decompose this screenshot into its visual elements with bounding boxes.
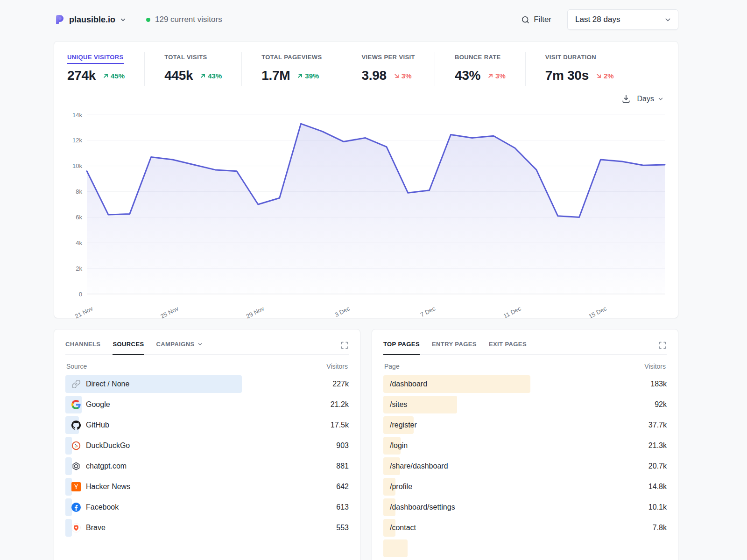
stat-change: 39% bbox=[296, 72, 319, 80]
tab-sources[interactable]: SOURCES bbox=[113, 341, 144, 355]
page-row[interactable]: /share/dashboard20.7k bbox=[383, 457, 667, 475]
column-visitors: Visitors bbox=[644, 363, 666, 370]
stat-label: BOUNCE RATE bbox=[455, 54, 501, 64]
page-row[interactable]: /dashboard183k bbox=[383, 375, 667, 393]
svg-text:7 Dec: 7 Dec bbox=[419, 305, 437, 318]
source-label: chatgpt.com bbox=[86, 462, 127, 470]
stat-label: TOTAL PAGEVIEWS bbox=[261, 54, 322, 64]
pages-column-headers: Page Visitors bbox=[384, 363, 666, 370]
stat-bounce-rate[interactable]: BOUNCE RATE43%3% bbox=[435, 52, 525, 86]
source-label: Facebook bbox=[86, 503, 119, 511]
trend-up-icon bbox=[102, 72, 109, 79]
plausible-logo-icon bbox=[54, 14, 65, 25]
source-bar bbox=[65, 498, 72, 516]
svg-text:6k: 6k bbox=[76, 214, 82, 221]
source-bar bbox=[65, 478, 72, 496]
stats-row: UNIQUE VISITORS274k45%TOTAL VISITS445k43… bbox=[65, 52, 667, 86]
sources-list: Direct / None227kGoogle21.2kGitHub17.5kD… bbox=[65, 375, 349, 537]
stat-value: 274k bbox=[67, 68, 96, 83]
svg-text:15 Dec: 15 Dec bbox=[587, 305, 608, 319]
stat-label: TOTAL VISITS bbox=[164, 54, 207, 64]
current-visitors[interactable]: 129 current visitors bbox=[146, 15, 222, 24]
visitors-value: 642 bbox=[310, 483, 349, 491]
tab-exit-pages[interactable]: EXIT PAGES bbox=[489, 341, 527, 355]
svg-text:4k: 4k bbox=[76, 239, 82, 246]
stat-change: 2% bbox=[595, 72, 614, 80]
trend-up-icon bbox=[199, 72, 206, 79]
pages-card: TOP PAGESENTRY PAGESEXIT PAGES Page Visi… bbox=[372, 329, 678, 560]
visitors-value: 553 bbox=[310, 524, 349, 532]
expand-icon[interactable] bbox=[658, 341, 667, 350]
current-visitors-label: 129 current visitors bbox=[155, 15, 222, 24]
filter-label: Filter bbox=[534, 15, 551, 24]
source-row[interactable]: GitHub17.5k bbox=[65, 416, 349, 434]
svg-text:29 Nov: 29 Nov bbox=[245, 305, 266, 319]
stat-unique-visitors[interactable]: UNIQUE VISITORS274k45% bbox=[65, 52, 144, 86]
source-row[interactable]: DuckDuckGo903 bbox=[65, 437, 349, 455]
interval-value: Days bbox=[637, 95, 654, 103]
visitors-value: 20.7k bbox=[628, 462, 667, 470]
stat-value: 1.7M bbox=[261, 68, 290, 83]
visitors-value: 613 bbox=[310, 503, 349, 511]
sources-column-headers: Source Visitors bbox=[66, 363, 348, 370]
page-row[interactable]: /login21.3k bbox=[383, 437, 667, 455]
page-row[interactable]: /dashboard/settings10.1k bbox=[383, 498, 667, 516]
stat-value: 7m 30s bbox=[545, 68, 589, 83]
page-label: /sites bbox=[383, 400, 407, 409]
svg-text:8k: 8k bbox=[76, 188, 82, 195]
svg-text:25 Nov: 25 Nov bbox=[159, 305, 180, 319]
site-switcher[interactable]: plausible.io bbox=[54, 14, 127, 25]
tab-channels[interactable]: CHANNELS bbox=[65, 341, 100, 355]
tab-campaigns[interactable]: CAMPAIGNS bbox=[156, 341, 203, 355]
trend-up-icon bbox=[296, 72, 303, 79]
visitors-value: 21.2k bbox=[310, 400, 349, 409]
page-row[interactable]: /profile14.8k bbox=[383, 478, 667, 496]
svg-text:0: 0 bbox=[79, 291, 82, 298]
pages-list: /dashboard183k/sites92k/register37.7k/lo… bbox=[383, 375, 667, 537]
svg-text:3 Dec: 3 Dec bbox=[333, 305, 351, 318]
stat-value: 43% bbox=[455, 68, 480, 83]
expand-icon[interactable] bbox=[340, 341, 349, 350]
page-label: /register bbox=[383, 421, 417, 429]
source-row[interactable]: Facebook613 bbox=[65, 498, 349, 516]
tab-top-pages[interactable]: TOP PAGES bbox=[383, 341, 420, 355]
visitors-value: 227k bbox=[310, 380, 349, 388]
filter-button[interactable]: Filter bbox=[521, 15, 551, 24]
page-row[interactable]: /contact7.8k bbox=[383, 519, 667, 537]
stat-total-visits[interactable]: TOTAL VISITS445k43% bbox=[144, 52, 241, 86]
bottom-row: CHANNELSSOURCESCAMPAIGNS Source Visitors… bbox=[54, 329, 678, 560]
source-row[interactable]: Google21.2k bbox=[65, 396, 349, 413]
visitors-value: 14.8k bbox=[628, 483, 667, 491]
download-icon[interactable] bbox=[621, 94, 631, 104]
svg-text:14k: 14k bbox=[72, 112, 82, 119]
sources-card: CHANNELSSOURCESCAMPAIGNS Source Visitors… bbox=[54, 329, 360, 560]
visitors-value: 903 bbox=[310, 441, 349, 450]
stat-views-per-visit[interactable]: VIEWS PER VISIT3.983% bbox=[342, 52, 435, 86]
trend-down-icon bbox=[393, 72, 400, 79]
date-range-select[interactable]: Last 28 days bbox=[567, 9, 678, 30]
pages-tabs: TOP PAGESENTRY PAGESEXIT PAGES bbox=[383, 341, 667, 355]
source-row[interactable]: Brave553 bbox=[65, 519, 349, 537]
chevron-down-icon bbox=[120, 16, 127, 23]
page-row[interactable]: /register37.7k bbox=[383, 416, 667, 434]
svg-text:2k: 2k bbox=[76, 265, 82, 272]
page-row[interactable]: /sites92k bbox=[383, 396, 667, 413]
stat-change: 3% bbox=[487, 72, 506, 80]
source-row[interactable]: Direct / None227k bbox=[65, 375, 349, 393]
google-icon bbox=[71, 400, 81, 409]
stat-total-pageviews[interactable]: TOTAL PAGEVIEWS1.7M39% bbox=[241, 52, 341, 86]
source-label: Direct / None bbox=[86, 380, 129, 388]
stat-label: VIEWS PER VISIT bbox=[362, 54, 415, 64]
source-row[interactable]: chatgpt.com881 bbox=[65, 457, 349, 475]
interval-select[interactable]: Days bbox=[637, 95, 664, 103]
stat-visit-duration[interactable]: VISIT DURATION7m 30s2% bbox=[525, 52, 634, 86]
source-label: GitHub bbox=[86, 421, 109, 429]
tab-entry-pages[interactable]: ENTRY PAGES bbox=[432, 341, 477, 355]
source-row[interactable]: Hacker News642 bbox=[65, 478, 349, 496]
column-visitors: Visitors bbox=[326, 363, 348, 370]
trend-down-icon bbox=[595, 72, 602, 79]
visitors-value: 37.7k bbox=[628, 421, 667, 429]
column-source: Source bbox=[66, 363, 87, 370]
link-icon bbox=[71, 379, 81, 389]
trend-up-icon bbox=[487, 72, 494, 79]
